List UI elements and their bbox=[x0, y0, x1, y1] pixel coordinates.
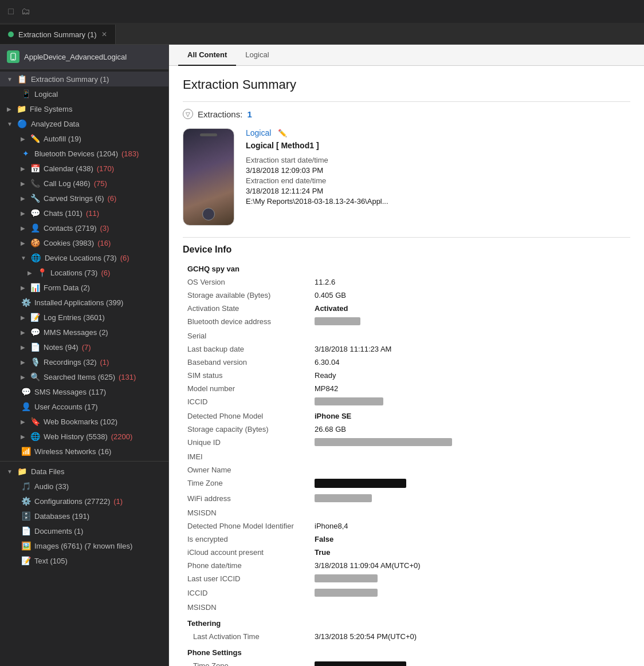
sidebar-item-mms[interactable]: ▶ 💬 MMS Messages (2) bbox=[0, 325, 168, 340]
sidebar-item-web-bookmarks[interactable]: ▶ 🔖 Web Bookmarks (102) bbox=[0, 414, 168, 429]
extraction-end-field: Extraction end date/time bbox=[246, 176, 630, 185]
tab-logical[interactable]: Logical bbox=[236, 45, 278, 66]
table-row: Baseband version 6.30.04 bbox=[184, 356, 629, 368]
field-label: Baseband version bbox=[184, 356, 310, 368]
sidebar-item-form-data[interactable]: ▶ 📊 Form Data (2) bbox=[0, 280, 168, 295]
field-label: OS Version bbox=[184, 276, 310, 288]
sidebar-item-contacts[interactable]: ▶ 👤 Contacts (2719) (3) bbox=[0, 220, 168, 235]
chevron-right-icon: ▶ bbox=[21, 195, 25, 202]
sidebar-item-label: Searched Items (625) bbox=[44, 373, 115, 381]
extractions-chevron-icon[interactable]: ▽ bbox=[183, 109, 193, 119]
sidebar-item-cookies[interactable]: ▶ 🍪 Cookies (3983) (16) bbox=[0, 235, 168, 250]
sidebar-item-label: File Systems bbox=[30, 105, 72, 113]
extraction-summary-tab[interactable]: Extraction Summary (1) ✕ bbox=[0, 25, 116, 44]
edit-icon[interactable]: ✏️ bbox=[278, 129, 287, 137]
chevron-right-icon: ▶ bbox=[21, 434, 25, 440]
table-row: SIM status Ready bbox=[184, 369, 629, 381]
sidebar-item-analyzed-data[interactable]: ▼ 🔵 Analyzed Data bbox=[0, 116, 168, 131]
table-row: Detected Phone Model iPhone SE bbox=[184, 410, 629, 422]
sidebar-item-searched-items[interactable]: ▶ 🔍 Searched Items (625) (131) bbox=[0, 369, 168, 384]
chevron-down-icon: ▼ bbox=[21, 255, 26, 261]
field-value: 3/13/2018 5:20:54 PM(UTC+0) bbox=[311, 630, 629, 643]
sidebar-item-label: Wireless Networks (16) bbox=[34, 447, 111, 456]
path-value: E:\My Reports\2018-03-18.13-24-36\Appl..… bbox=[246, 197, 388, 206]
chevron-down-icon: ▼ bbox=[7, 76, 13, 82]
main-layout: AppleDevice_AdvancedLogical ▼ 📋 Extracti… bbox=[0, 45, 644, 666]
chevron-right-icon: ▶ bbox=[21, 359, 25, 365]
sidebar-item-notes[interactable]: ▶ 📄 Notes (94) (7) bbox=[0, 340, 168, 354]
field-value: 26.68 GB bbox=[311, 423, 629, 435]
chevron-right-icon: ▶ bbox=[28, 270, 32, 276]
sidebar-item-label: Chats (101) bbox=[44, 209, 83, 218]
sidebar-item-chats[interactable]: ▶ 💬 Chats (101) (11) bbox=[0, 206, 168, 220]
chevron-down-icon: ▼ bbox=[7, 468, 13, 475]
sidebar-item-recordings[interactable]: ▶ 🎙️ Recordings (32) (1) bbox=[0, 354, 168, 369]
sidebar-item-file-systems[interactable]: ▶ 📁 File Systems bbox=[0, 101, 168, 116]
table-row: Last user ICCID bbox=[184, 573, 629, 586]
tab-close-icon[interactable]: ✕ bbox=[101, 30, 107, 38]
extractions-header: ▽ Extractions: 1 bbox=[183, 109, 630, 119]
sidebar-item-label: Extraction Summary (1) bbox=[31, 75, 109, 84]
searched-count-red: (131) bbox=[119, 373, 136, 381]
text-icon: 📝 bbox=[21, 555, 31, 566]
title-bar: □ 🗂 bbox=[0, 0, 644, 23]
extraction-start-field: Extraction start date/time bbox=[246, 156, 630, 164]
sidebar-item-user-accounts[interactable]: 👤 User Accounts (17) bbox=[0, 399, 168, 414]
field-value bbox=[311, 436, 629, 450]
sidebar-item-installed-apps[interactable]: ⚙️ Installed Applications (399) bbox=[0, 295, 168, 310]
extraction-path: E:\My Reports\2018-03-18.13-24-36\Appl..… bbox=[246, 197, 630, 206]
field-value bbox=[311, 477, 629, 491]
sidebar-item-label: Audio (33) bbox=[34, 482, 69, 491]
sidebar-item-images[interactable]: 🖼️ Images (6761) (7 known files) bbox=[0, 538, 168, 553]
logical-link[interactable]: Logical bbox=[246, 128, 271, 137]
device-locations-count-red: (6) bbox=[120, 254, 129, 262]
device-info-title: Device Info bbox=[183, 245, 630, 255]
bluetooth-icon: ✦ bbox=[21, 148, 31, 159]
sidebar-item-documents[interactable]: 📄 Documents (1) bbox=[0, 523, 168, 538]
sidebar-item-log-entries[interactable]: ▶ 📝 Log Entries (3601) bbox=[0, 310, 168, 325]
field-label: iCloud account present bbox=[184, 546, 310, 558]
sidebar-item-carved-strings[interactable]: ▶ 🔧 Carved Strings (6) (6) bbox=[0, 191, 168, 206]
bluetooth-count-red: (183) bbox=[121, 149, 139, 158]
sidebar-item-calendar[interactable]: ▶ 📅 Calendar (438) (170) bbox=[0, 161, 168, 176]
field-value: 11.2.6 bbox=[311, 276, 629, 288]
sidebar-item-sms[interactable]: 💬 SMS Messages (117) bbox=[0, 384, 168, 399]
user-accounts-icon: 👤 bbox=[21, 401, 31, 412]
sidebar-device[interactable]: AppleDevice_AdvancedLogical bbox=[0, 45, 168, 69]
table-row: Detected Phone Model Identifier iPhone8,… bbox=[184, 520, 629, 532]
table-row: OS Version 11.2.6 bbox=[184, 276, 629, 288]
sidebar-item-label: Locations (73) bbox=[50, 269, 97, 277]
field-value: 3/18/2018 11:09:04 AM(UTC+0) bbox=[311, 559, 629, 572]
sidebar-item-bluetooth[interactable]: ✦ Bluetooth Devices (1204) (183) bbox=[0, 146, 168, 161]
field-label: Owner Name bbox=[184, 464, 310, 476]
sidebar-item-audio[interactable]: 🎵 Audio (33) bbox=[0, 479, 168, 494]
table-row: Serial bbox=[184, 330, 629, 342]
sidebar-item-wireless-networks[interactable]: 📶 Wireless Networks (16) bbox=[0, 444, 168, 459]
tab-all-content[interactable]: All Content bbox=[178, 45, 236, 66]
phone-speaker bbox=[200, 133, 217, 136]
notes-icon: 📄 bbox=[30, 342, 40, 352]
field-value bbox=[311, 451, 629, 463]
sidebar-item-label: Notes (94) bbox=[44, 343, 78, 352]
sidebar-item-calllog[interactable]: ▶ 📞 Call Log (486) (75) bbox=[0, 176, 168, 191]
table-row: Is encrypted False bbox=[184, 533, 629, 545]
field-value: iPhone8,4 bbox=[311, 520, 629, 532]
sidebar-item-data-files[interactable]: ▼ 📁 Data Files bbox=[0, 464, 168, 479]
sidebar-item-web-history[interactable]: ▶ 🌐 Web History (5538) (2200) bbox=[0, 429, 168, 444]
sidebar-item-locations[interactable]: ▶ 📍 Locations (73) (6) bbox=[0, 265, 168, 280]
sidebar-item-logical[interactable]: 📱 Logical bbox=[0, 86, 168, 101]
configurations-icon: ⚙️ bbox=[21, 496, 31, 506]
sidebar-item-label: Recordings (32) bbox=[44, 358, 97, 367]
field-label: ICCID bbox=[184, 396, 310, 409]
sidebar-item-label: Calendar (438) bbox=[44, 164, 93, 173]
field-label: Time Zone bbox=[184, 660, 310, 666]
sidebar-item-databases[interactable]: 🗄️ Databases (191) bbox=[0, 509, 168, 523]
sidebar-item-text[interactable]: 📝 Text (105) bbox=[0, 553, 168, 568]
sidebar-item-extraction-summary[interactable]: ▼ 📋 Extraction Summary (1) bbox=[0, 72, 168, 86]
field-value: 3/18/2018 11:11:23 AM bbox=[311, 343, 629, 355]
data-files-icon: 📁 bbox=[17, 466, 28, 476]
calllog-count-red: (75) bbox=[94, 179, 107, 188]
sidebar-item-device-locations[interactable]: ▼ 🌐 Device Locations (73) (6) bbox=[0, 250, 168, 265]
sidebar-item-configurations[interactable]: ⚙️ Configurations (27722) (1) bbox=[0, 494, 168, 509]
sidebar-item-autofill[interactable]: ▶ ✏️ Autofill (19) bbox=[0, 131, 168, 146]
